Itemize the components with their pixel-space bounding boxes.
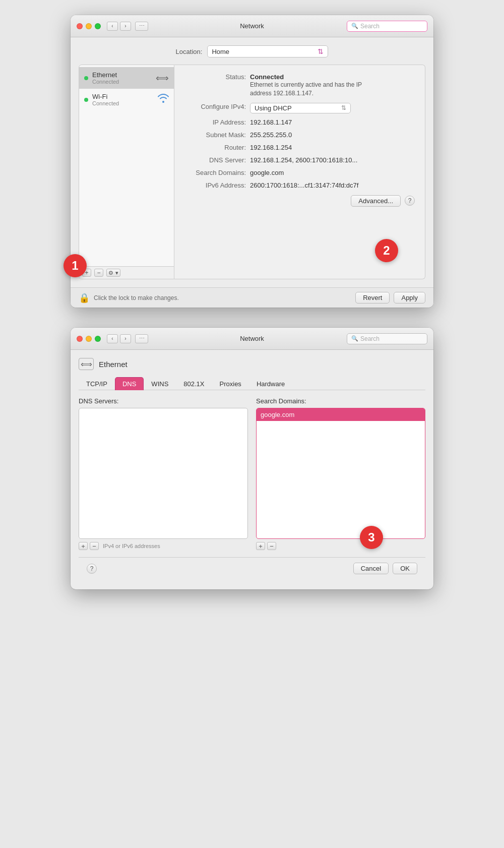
- maximize-button-2[interactable]: [95, 336, 101, 342]
- detail-actions: Advanced... ?: [184, 195, 415, 207]
- lock-icon[interactable]: 🔒: [79, 292, 90, 304]
- tab-proxies[interactable]: Proxies: [212, 377, 249, 390]
- location-select[interactable]: Home ⇅: [207, 45, 328, 57]
- dns-servers-footer: + − IPv4 or IPv6 addresses: [79, 542, 248, 550]
- dns-remove-button[interactable]: −: [90, 542, 99, 550]
- tab-wins[interactable]: WINS: [144, 377, 176, 390]
- forward-button[interactable]: ›: [120, 22, 131, 31]
- cancel-button[interactable]: Cancel: [353, 563, 389, 574]
- search-domains-label: Search Domains:: [184, 169, 250, 176]
- wifi-icon: [158, 94, 169, 105]
- step-badge-2: 2: [375, 239, 398, 262]
- search-domains-footer: + −: [256, 542, 425, 550]
- ipv6-label: IPv6 Address:: [184, 181, 250, 189]
- tabs-row: TCP/IP DNS WINS 802.1X Proxies Hardware: [79, 377, 425, 390]
- detail-help-button[interactable]: ?: [405, 196, 415, 206]
- maximize-button[interactable]: [95, 23, 101, 29]
- configure-value: Using DHCP: [255, 104, 292, 112]
- ip-value: 192.168.1.147: [250, 118, 292, 126]
- wifi-info: Wi-Fi Connected: [92, 93, 158, 106]
- eth-header: ⟺ Ethernet: [79, 358, 425, 370]
- main-content: Ethernet Connected ⟺ Wi-Fi Connected: [79, 65, 425, 279]
- dns-label: DNS Server:: [184, 156, 250, 164]
- dns-hint: IPv4 or IPv6 addresses: [103, 543, 160, 549]
- minimize-button[interactable]: [86, 23, 92, 29]
- status-value: Connected: [250, 73, 381, 81]
- titlebar-2: ‹ › ⋯ Network 🔍 Search: [71, 328, 433, 350]
- sd-add-button[interactable]: +: [256, 542, 265, 550]
- titlebar-1: ‹ › ⋯ Network 🔍 Search: [71, 15, 433, 37]
- dns-row: DNS Server: 192.168.1.254, 2600:1700:161…: [184, 156, 415, 164]
- network-item-ethernet[interactable]: Ethernet Connected ⟺: [79, 67, 174, 89]
- forward-button-2[interactable]: ›: [120, 334, 131, 343]
- ip-row: IP Address: 192.168.1.147: [184, 118, 415, 126]
- ethernet-status: Connected: [92, 79, 156, 85]
- wifi-status: Connected: [92, 100, 158, 106]
- search-icon-1: 🔍: [351, 23, 358, 29]
- remove-network-button[interactable]: −: [94, 269, 103, 277]
- dns-value: 192.168.1.254, 2600:1700:1618:10...: [250, 156, 357, 164]
- step-badge-3: 3: [360, 526, 383, 549]
- status-label: Status:: [184, 73, 250, 81]
- sd-remove-button[interactable]: −: [267, 542, 276, 550]
- revert-button[interactable]: Revert: [355, 292, 390, 304]
- search-field-1[interactable]: 🔍 Search: [347, 21, 427, 32]
- close-button-2[interactable]: [77, 336, 83, 342]
- traffic-lights-1: [77, 23, 101, 29]
- network-item-wifi[interactable]: Wi-Fi Connected: [79, 89, 174, 110]
- network-list-items: Ethernet Connected ⟺ Wi-Fi Connected: [79, 65, 174, 112]
- window-body-2: ⟺ Ethernet TCP/IP DNS WINS 802.1X Proxie…: [71, 350, 433, 589]
- search-domains-col-label: Search Domains:: [256, 397, 425, 405]
- configure-row: Configure IPv4: Using DHCP ⇅: [184, 103, 415, 113]
- apply-button[interactable]: Apply: [394, 292, 425, 304]
- back-button-2[interactable]: ‹: [107, 334, 118, 343]
- ipv6-value: 2600:1700:1618:...cf1:3147:74fd:dc7f: [250, 181, 358, 189]
- network-window-1: ‹ › ⋯ Network 🔍 Search Location: Home ⇅: [71, 15, 433, 308]
- search-field-2[interactable]: 🔍 Search: [347, 333, 427, 344]
- location-row: Location: Home ⇅: [79, 45, 425, 57]
- ethernet-icon: ⟺: [156, 73, 169, 84]
- minimize-button-2[interactable]: [86, 336, 92, 342]
- tab-dns[interactable]: DNS: [115, 377, 144, 390]
- location-value: Home: [212, 48, 229, 55]
- dns-servers-col: DNS Servers: + − IPv4 or IPv6 addresses: [79, 397, 248, 550]
- footer-buttons: Revert Apply: [355, 292, 425, 304]
- ethernet-header-title: Ethernet: [99, 360, 128, 369]
- step-badge-1: 1: [64, 254, 87, 277]
- ip-label: IP Address:: [184, 118, 250, 126]
- dns-add-button[interactable]: +: [79, 542, 88, 550]
- status-desc: Ethernet is currently active and has the…: [250, 81, 381, 98]
- grid-button[interactable]: ⋯: [135, 22, 148, 31]
- tab-hardware[interactable]: Hardware: [249, 377, 292, 390]
- dns-servers-list[interactable]: [79, 408, 248, 539]
- configure-select[interactable]: Using DHCP ⇅: [250, 103, 351, 113]
- tab-8021x[interactable]: 802.1X: [176, 377, 212, 390]
- ok-button[interactable]: OK: [393, 563, 417, 574]
- window-footer-1: 🔒 Click the lock to make changes. Revert…: [71, 287, 433, 308]
- nav-buttons: ‹ ›: [107, 22, 131, 31]
- close-button[interactable]: [77, 23, 83, 29]
- network-list: Ethernet Connected ⟺ Wi-Fi Connected: [79, 65, 174, 279]
- tab-tcpip[interactable]: TCP/IP: [79, 377, 115, 390]
- subnet-value: 255.255.255.0: [250, 131, 292, 139]
- search-domains-list[interactable]: google.com: [256, 408, 425, 539]
- configure-label: Configure IPv4:: [184, 103, 250, 110]
- subnet-row: Subnet Mask: 255.255.255.0: [184, 131, 415, 139]
- subnet-label: Subnet Mask:: [184, 131, 250, 139]
- search-domain-item[interactable]: google.com: [257, 408, 425, 421]
- location-label: Location:: [176, 48, 203, 55]
- dialog-help-button[interactable]: ?: [87, 564, 97, 574]
- network-gear-button[interactable]: ⚙ ▾: [106, 269, 120, 277]
- ethernet-info: Ethernet Connected: [92, 71, 156, 85]
- window-title-1: Network: [240, 22, 264, 30]
- search-domains-row: Search Domains: google.com: [184, 169, 415, 176]
- back-button[interactable]: ‹: [107, 22, 118, 31]
- router-row: Router: 192.168.1.254: [184, 144, 415, 151]
- spinner-icon: ⇅: [318, 47, 324, 55]
- traffic-lights-2: [77, 336, 101, 342]
- advanced-button[interactable]: Advanced...: [351, 195, 401, 207]
- grid-button-2[interactable]: ⋯: [135, 334, 148, 343]
- search-placeholder-1: Search: [360, 23, 380, 30]
- select-arrows-icon: ⇅: [341, 104, 346, 111]
- lock-area: 🔒 Click the lock to make changes.: [79, 292, 179, 304]
